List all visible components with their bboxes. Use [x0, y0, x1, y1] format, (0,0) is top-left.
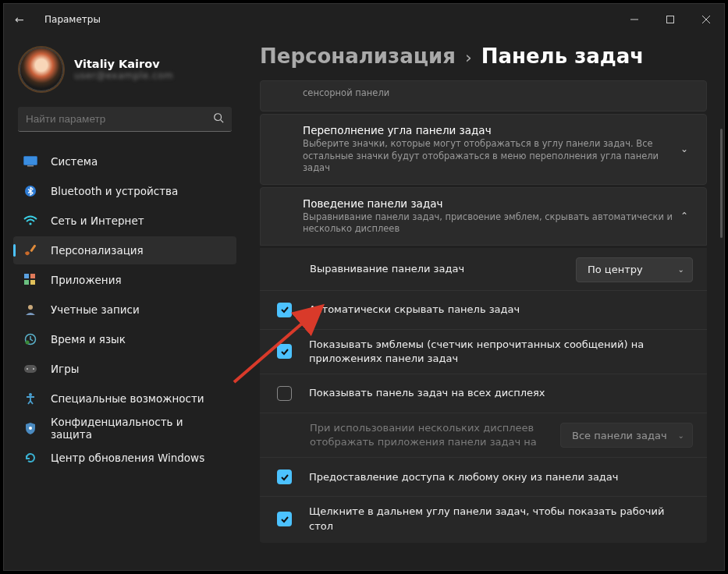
scrollbar[interactable]	[720, 129, 723, 238]
row-label: Автоматически скрывать панель задач	[309, 303, 693, 317]
minimize-button[interactable]	[616, 4, 652, 35]
checkbox-autohide[interactable]	[277, 303, 292, 317]
nav-list: Система Bluetooth и устройства Сеть и Ин…	[13, 147, 236, 472]
sidebar-item-label: Игры	[51, 363, 79, 375]
search-icon	[213, 112, 224, 126]
sidebar: Vitaliy Kairov user@example.com Система …	[4, 35, 246, 570]
card-behavior[interactable]: Поведение панели задач Выравнивание пане…	[260, 187, 707, 246]
maximize-button[interactable]	[652, 4, 688, 35]
row-all-displays[interactable]: Показывать панель задач на всех дисплеях	[260, 374, 707, 413]
search-input[interactable]	[26, 113, 213, 125]
chevron-down-icon: ⌄	[675, 144, 694, 154]
title-bar: ← Параметры	[4, 4, 724, 35]
dropdown-value: Все панели задач	[572, 430, 667, 441]
card-touch-keyboard[interactable]: сенсорной панели	[260, 80, 707, 112]
svg-point-20	[33, 368, 34, 370]
card-overflow[interactable]: Переполнение угла панели задач Выберите …	[260, 114, 707, 185]
wifi-icon	[23, 213, 38, 229]
sidebar-item-label: Приложения	[51, 274, 122, 286]
row-multi-display: При использовании нескольких дисплеев от…	[260, 413, 707, 458]
checkbox-badges[interactable]	[277, 344, 292, 359]
breadcrumb-parent[interactable]: Персонализация	[260, 44, 456, 68]
checkbox-flash[interactable]	[277, 469, 292, 484]
svg-point-19	[27, 368, 28, 370]
svg-rect-13	[24, 280, 29, 285]
multi-display-dropdown: Все панели задач ⌄	[560, 423, 693, 448]
accessibility-icon	[23, 391, 38, 406]
row-autohide[interactable]: Автоматически скрывать панель задач	[260, 291, 707, 330]
row-flash[interactable]: Предоставление доступа к любому окну из …	[260, 458, 707, 497]
sidebar-item-label: Bluetooth и устройства	[51, 185, 178, 197]
search-box[interactable]	[18, 107, 232, 132]
behavior-expanded: Выравнивание панели задач По центру ⌄ Ав…	[260, 248, 707, 543]
svg-rect-6	[24, 157, 37, 165]
checkbox-all-displays[interactable]	[277, 386, 292, 401]
sidebar-item-gaming[interactable]: Игры	[13, 355, 236, 383]
gaming-icon	[23, 361, 38, 377]
alignment-dropdown[interactable]: По центру ⌄	[576, 257, 693, 282]
sidebar-item-privacy[interactable]: Конфиденциальность и защита	[13, 414, 236, 442]
window-title: Параметры	[44, 14, 101, 25]
chevron-right-icon: ›	[465, 48, 472, 67]
card-sub: сенсорной панели	[303, 87, 694, 100]
svg-rect-14	[30, 280, 35, 285]
row-label: Показывать эмблемы (счетчик непрочитанны…	[309, 338, 693, 366]
update-icon	[23, 450, 38, 466]
back-button[interactable]: ←	[15, 13, 30, 26]
sidebar-item-bluetooth[interactable]: Bluetooth и устройства	[13, 177, 236, 205]
svg-point-4	[215, 114, 222, 121]
svg-rect-7	[27, 165, 34, 167]
sidebar-item-update[interactable]: Центр обновления Windows	[13, 444, 236, 472]
sidebar-item-label: Учетные записи	[51, 303, 140, 316]
card-title: Поведение панели задач	[303, 197, 675, 210]
apps-icon	[23, 272, 38, 288]
sidebar-item-system[interactable]: Система	[13, 147, 236, 175]
sidebar-item-personalization[interactable]: Персонализация	[13, 236, 236, 264]
sidebar-item-accounts[interactable]: Учетные записи	[13, 296, 236, 324]
chevron-down-icon: ⌄	[678, 265, 684, 274]
chevron-down-icon: ⌄	[678, 431, 684, 440]
svg-rect-11	[24, 274, 29, 278]
sidebar-item-label: Центр обновления Windows	[51, 452, 204, 464]
svg-point-21	[29, 393, 32, 396]
system-icon	[23, 154, 38, 169]
row-label: Щелкните в дальнем углу панели задач, чт…	[309, 505, 693, 533]
svg-point-17	[26, 341, 30, 345]
breadcrumb: Персонализация › Панель задач	[260, 44, 707, 68]
sidebar-item-network[interactable]: Сеть и Интернет	[13, 207, 236, 235]
main-content: Персонализация › Панель задач сенсорной …	[246, 35, 724, 570]
row-label: Предоставление доступа к любому окну из …	[309, 470, 693, 484]
checkbox-corner[interactable]	[277, 512, 292, 526]
svg-point-9	[29, 222, 31, 225]
user-block[interactable]: Vitaliy Kairov user@example.com	[13, 43, 236, 102]
bluetooth-icon	[23, 183, 38, 199]
sidebar-item-time[interactable]: Время и язык	[13, 325, 236, 353]
svg-point-22	[29, 427, 32, 430]
sidebar-item-apps[interactable]: Приложения	[13, 266, 236, 294]
sidebar-item-label: Время и язык	[51, 333, 126, 345]
row-corner[interactable]: Щелкните в дальнем углу панели задач, чт…	[260, 497, 707, 540]
svg-rect-18	[24, 365, 37, 373]
card-sub: Выберите значки, которые могут отображат…	[303, 138, 675, 175]
personalization-icon	[23, 243, 38, 258]
accounts-icon	[23, 302, 38, 317]
row-label: При использовании нескольких дисплеев от…	[310, 421, 560, 449]
sidebar-item-label: Сеть и Интернет	[51, 214, 144, 227]
svg-rect-12	[30, 274, 35, 278]
dropdown-value: По центру	[588, 264, 643, 275]
sidebar-item-label: Конфиденциальность и защита	[51, 416, 227, 441]
svg-point-15	[28, 305, 33, 310]
time-icon	[23, 331, 38, 347]
row-alignment: Выравнивание панели задач По центру ⌄	[260, 250, 707, 291]
row-label: Показывать панель задач на всех дисплеях	[309, 386, 693, 400]
sidebar-item-accessibility[interactable]: Специальные возможности	[13, 384, 236, 413]
card-sub: Выравнивание панели задач, присвоение эм…	[303, 211, 675, 236]
row-badges[interactable]: Показывать эмблемы (счетчик непрочитанны…	[260, 330, 707, 374]
close-button[interactable]	[688, 4, 724, 35]
card-title: Переполнение угла панели задач	[303, 124, 675, 136]
sidebar-item-label: Персонализация	[51, 244, 144, 257]
breadcrumb-current: Панель задач	[481, 44, 644, 68]
user-email: user@example.com	[74, 70, 173, 81]
svg-line-5	[221, 120, 224, 123]
sidebar-item-label: Специальные возможности	[51, 392, 204, 405]
